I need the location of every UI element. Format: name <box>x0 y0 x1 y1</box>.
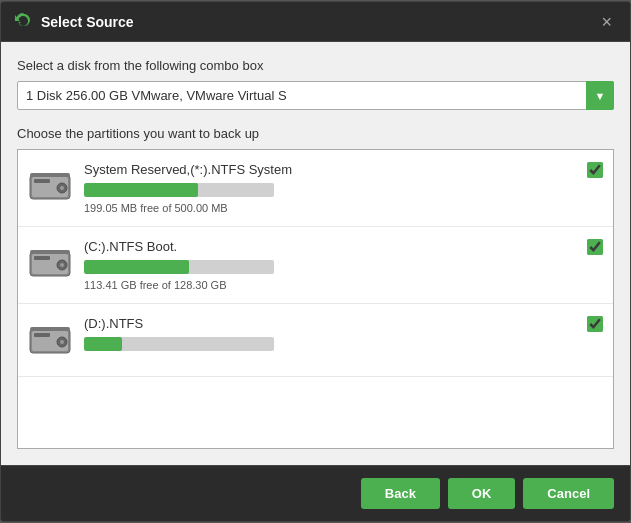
disk-icon-3 <box>26 316 74 364</box>
partition-name-3: (D:).NTFS <box>84 316 605 331</box>
dialog-footer: Back OK Cancel <box>1 465 630 521</box>
svg-rect-14 <box>34 333 50 337</box>
svg-rect-5 <box>30 173 70 177</box>
progress-fill-2 <box>84 260 189 274</box>
partitions-list: System Reserved,(*:).NTFS System 199.05 … <box>17 149 614 449</box>
partitions-label: Choose the partitions you want to back u… <box>17 126 614 141</box>
svg-rect-11 <box>30 250 70 254</box>
svg-point-10 <box>60 263 64 267</box>
disk-dropdown-container: 1 Disk 256.00 GB VMware, VMware Virtual … <box>17 81 614 110</box>
refresh-icon <box>13 10 33 33</box>
partition-size-1: 199.05 MB free of 500.00 MB <box>84 202 605 214</box>
cancel-button[interactable]: Cancel <box>523 478 614 509</box>
progress-container-2 <box>84 260 274 274</box>
disk-icon-1 <box>26 162 74 210</box>
dialog-title: Select Source <box>41 14 134 30</box>
svg-point-4 <box>60 186 64 190</box>
disk-dropdown[interactable]: 1 Disk 256.00 GB VMware, VMware Virtual … <box>17 81 614 110</box>
progress-fill-1 <box>84 183 198 197</box>
partition-checkbox-3[interactable] <box>587 316 603 332</box>
partition-name-2: (C:).NTFS Boot. <box>84 239 605 254</box>
svg-rect-17 <box>30 327 70 331</box>
partition-info-1: System Reserved,(*:).NTFS System 199.05 … <box>84 162 605 214</box>
svg-rect-2 <box>34 179 50 183</box>
partition-item-1: System Reserved,(*:).NTFS System 199.05 … <box>18 150 613 227</box>
disk-label: Select a disk from the following combo b… <box>17 58 614 73</box>
partition-item-3: (D:).NTFS <box>18 304 613 377</box>
partition-name-1: System Reserved,(*:).NTFS System <box>84 162 605 177</box>
partition-size-2: 113.41 GB free of 128.30 GB <box>84 279 605 291</box>
ok-button[interactable]: OK <box>448 478 516 509</box>
title-bar-left: Select Source <box>13 10 134 33</box>
progress-container-3 <box>84 337 274 351</box>
svg-point-16 <box>60 340 64 344</box>
back-button[interactable]: Back <box>361 478 440 509</box>
title-bar: Select Source × <box>1 2 630 42</box>
svg-rect-8 <box>34 256 50 260</box>
partition-item-2: (C:).NTFS Boot. 113.41 GB free of 128.30… <box>18 227 613 304</box>
partition-info-2: (C:).NTFS Boot. 113.41 GB free of 128.30… <box>84 239 605 291</box>
close-button[interactable]: × <box>595 11 618 33</box>
disk-icon-2 <box>26 239 74 287</box>
partition-info-3: (D:).NTFS <box>84 316 605 356</box>
progress-container-1 <box>84 183 274 197</box>
partition-checkbox-2[interactable] <box>587 239 603 255</box>
select-source-dialog: Select Source × Select a disk from the f… <box>0 1 631 522</box>
partition-checkbox-1[interactable] <box>587 162 603 178</box>
dialog-content: Select a disk from the following combo b… <box>1 42 630 465</box>
progress-fill-3 <box>84 337 122 351</box>
